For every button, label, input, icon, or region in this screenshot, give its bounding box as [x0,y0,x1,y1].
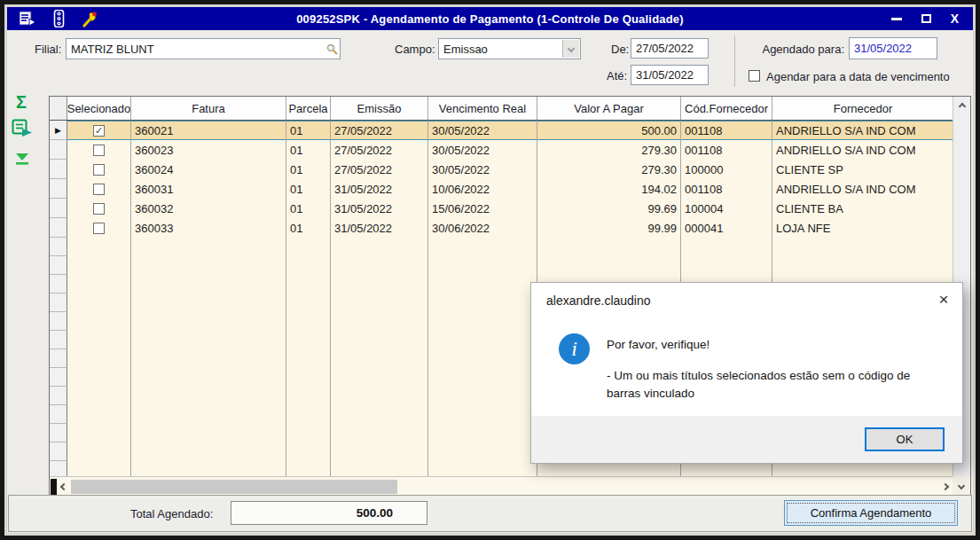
column-header-selecionado[interactable]: Selecionado [67,97,131,120]
dialog-message: - Um ou mais títulos selecionados estão … [607,367,942,403]
row-gutter-cell[interactable] [50,160,67,179]
cell-fornecedor: ANDRIELLO S/A IND COM [772,179,953,199]
traffic-light-icon[interactable] [49,10,68,27]
campo-select[interactable]: Emissao [438,38,581,59]
cell-emissao: 27/05/2022 [331,140,428,160]
cell-cod-fornecedor: 100000 [681,160,772,179]
chevron-left-icon [60,482,67,489]
row-gutter-cell[interactable] [50,179,67,199]
ate-input[interactable]: 31/05/2022 [631,65,709,85]
cell-fornecedor: LOJA NFE [772,218,953,238]
scroll-right-button[interactable] [938,484,953,489]
dialog-close-button[interactable]: × [932,288,955,311]
row-gutter-cell[interactable]: ▶ [50,121,67,140]
scroll-left-button[interactable] [57,484,71,489]
cell-vencimento-real: 30/05/2022 [428,121,537,140]
cell-parcela: 01 [286,179,331,199]
column-header-fatura[interactable]: Fatura [131,97,286,120]
dialog-title: alexandre.claudino [546,293,651,308]
row-gutter-cell [50,461,67,476]
row-gutter-cell [50,405,67,424]
column-header-fornecedor[interactable]: Fornecedor [772,97,954,120]
minimize-button[interactable] [891,18,902,20]
cell-vencimento-real: 10/06/2022 [428,179,537,199]
go-to-bottom-icon[interactable] [14,153,30,166]
table-row[interactable]: 3600310131/05/202210/06/2022194.02001108… [50,179,953,199]
row-gutter-cell[interactable] [50,199,67,218]
de-value: 27/05/2022 [636,42,694,55]
cell-cod-fornecedor: 001108 [681,179,772,199]
cell-selecionado[interactable] [67,179,131,199]
row-checkbox[interactable] [93,223,105,234]
agendado-para-value: 31/05/2022 [854,42,912,55]
column-header-valor-a-pagar[interactable]: Valor A Pagar [537,97,681,120]
splitter-handle[interactable] [51,479,57,495]
scroll-down-button[interactable] [953,476,970,496]
filial-input[interactable]: MATRIZ BLUNT [66,38,341,59]
row-checkbox[interactable] [93,145,105,156]
cell-selecionado[interactable] [67,140,131,160]
horizontal-scroll-thumb[interactable] [71,480,397,494]
cell-fornecedor: CLIENTE BA [772,199,953,218]
column-header-cod-fornecedor[interactable]: Cód.Fornecedor [681,97,772,120]
sum-total-icon[interactable]: Σ [16,92,27,113]
vencimento-checkbox-label: Agendar para a data de vencimento [766,70,950,83]
lookup-magnifier-icon[interactable] [326,43,338,58]
report-document-icon[interactable] [18,10,37,27]
cell-valor-a-pagar: 279.30 [537,160,681,179]
table-row[interactable]: 3600330131/05/202230/06/202299.99000041L… [50,218,953,238]
empty-column-parcela [286,238,331,476]
window-content: Filial: MATRIZ BLUNT Campo: Emissao De: … [7,30,973,533]
close-button[interactable]: X [951,12,959,25]
cell-cod-fornecedor: 001108 [681,140,772,160]
table-header-row: SelecionadoFaturaParcelaEmissãoVenciment… [50,97,953,121]
empty-column-selecionado [67,238,131,476]
ok-button[interactable]: OK [865,427,945,451]
titlebar[interactable]: 009252SPK - Agendamento de Pagamento (1-… [7,7,973,30]
schedule-document-icon[interactable] [12,119,35,138]
scroll-up-button[interactable] [953,104,970,109]
column-header-emissao[interactable]: Emissão [331,97,428,120]
confirma-agendamento-label: Confirma Agendamento [811,506,932,520]
cell-vencimento-real: 30/05/2022 [428,140,537,160]
row-gutter-cell [50,256,67,275]
cell-selecionado[interactable]: ✓ [67,121,131,140]
maximize-button[interactable] [921,14,931,23]
campo-value: Emissao [443,43,488,56]
column-header-parcela[interactable]: Parcela [286,97,331,120]
row-gutter-cell[interactable] [50,140,67,160]
cell-parcela: 01 [286,218,331,238]
column-header-vencimento-real[interactable]: Vencimento Real [428,97,537,120]
cell-fornecedor: ANDRIELLO S/A IND COM [772,121,953,140]
row-gutter-cell [50,368,67,387]
cell-selecionado[interactable] [67,218,131,238]
table-row[interactable]: ▶✓3600210127/05/202230/05/2022500.000011… [50,121,953,140]
cell-valor-a-pagar: 500.00 [537,121,681,140]
agendado-para-input[interactable]: 31/05/2022 [849,37,937,59]
wrench-icon[interactable] [80,10,99,27]
table-row[interactable]: 3600230127/05/202230/05/2022279.30001108… [50,140,953,160]
horizontal-scrollbar[interactable] [50,476,953,496]
campo-dropdown-arrow[interactable] [562,40,579,58]
confirma-agendamento-button[interactable]: Confirma Agendamento [784,500,958,526]
row-checkbox[interactable] [93,164,105,176]
cell-parcela: 01 [286,140,331,160]
cell-vencimento-real: 30/05/2022 [428,160,537,179]
cell-selecionado[interactable] [67,199,131,218]
minimize-icon [891,18,902,20]
table-row[interactable]: 3600240127/05/202230/05/2022279.30100000… [50,160,953,179]
cell-emissao: 27/05/2022 [331,160,428,179]
cell-valor-a-pagar: 99.69 [537,199,681,218]
cell-valor-a-pagar: 194.02 [537,179,681,199]
table-row[interactable]: 3600320131/05/202215/06/202299.69100004C… [50,199,953,218]
row-checkbox[interactable]: ✓ [93,125,105,137]
row-checkbox[interactable] [93,203,105,215]
row-gutter-cell [50,331,67,349]
de-input[interactable]: 27/05/2022 [631,38,709,59]
row-gutter-cell[interactable] [50,218,67,238]
gutter-stack [50,238,67,476]
cell-fatura: 360024 [131,160,286,179]
vencimento-checkbox[interactable] [749,70,760,82]
row-checkbox[interactable] [93,184,105,195]
cell-selecionado[interactable] [67,160,131,179]
